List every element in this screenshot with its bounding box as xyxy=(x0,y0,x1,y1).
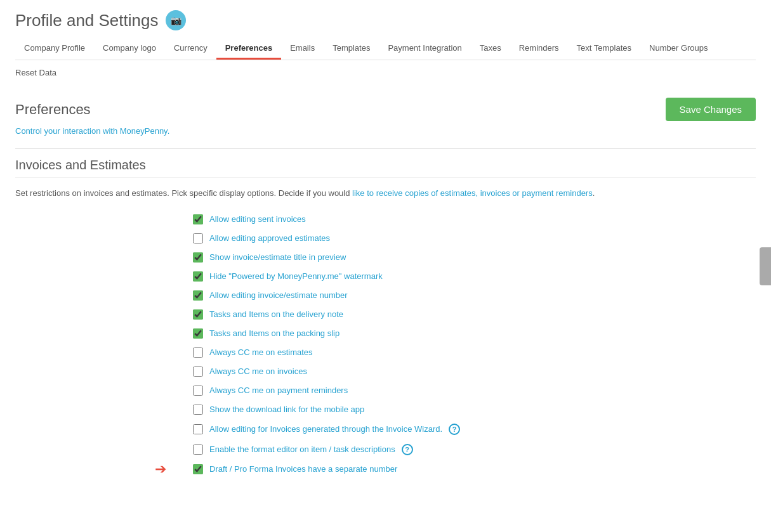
checkbox-tasks-packing-slip[interactable] xyxy=(193,328,203,339)
checkbox-tasks-delivery-note[interactable] xyxy=(193,309,203,320)
checkbox-item-hide-watermark: Hide "Powered by MoneyPenny.me" watermar… xyxy=(193,267,756,286)
checkboxes-container: Allow editing sent invoicesAllow editing… xyxy=(193,210,756,479)
checkbox-label-allow-editing-wizard[interactable]: Allow editing for Invoices generated thr… xyxy=(209,424,442,434)
checkbox-item-show-download-link: Show the download link for the mobile ap… xyxy=(193,400,756,419)
camera-icon: 📷 xyxy=(171,15,181,25)
tab-reminders[interactable]: Reminders xyxy=(510,38,568,60)
checkbox-allow-editing-number[interactable] xyxy=(193,290,203,301)
checkbox-label-allow-editing-sent[interactable]: Allow editing sent invoices xyxy=(209,214,306,224)
checkbox-item-show-invoice-title: Show invoice/estimate title in preview xyxy=(193,248,756,267)
checkbox-item-enable-format-editor: Enable the format editor on item / task … xyxy=(193,439,756,460)
checkbox-label-always-cc-estimates[interactable]: Always CC me on estimates xyxy=(209,347,313,357)
checkbox-show-download-link[interactable] xyxy=(193,405,203,415)
tab-currency[interactable]: Currency xyxy=(165,38,216,60)
checkbox-allow-editing-wizard[interactable] xyxy=(193,424,203,434)
section-title: Preferences xyxy=(15,101,91,118)
tab-emails[interactable]: Emails xyxy=(281,38,324,60)
checkbox-label-hide-watermark[interactable]: Hide "Powered by MoneyPenny.me" watermar… xyxy=(209,271,383,281)
checkbox-always-cc-payment[interactable] xyxy=(193,386,203,396)
tab-text-templates[interactable]: Text Templates xyxy=(568,38,640,60)
page-title: Profile and Settings xyxy=(15,11,158,30)
tab-templates[interactable]: Templates xyxy=(324,38,379,60)
checkbox-item-allow-editing-sent: Allow editing sent invoices xyxy=(193,210,756,229)
checkbox-label-enable-format-editor[interactable]: Enable the format editor on item / task … xyxy=(209,444,395,454)
checkbox-label-tasks-delivery-note[interactable]: Tasks and Items on the delivery note xyxy=(209,309,343,319)
nav-tabs-row2: Reset Data xyxy=(15,60,756,85)
checkbox-label-allow-editing-approved[interactable]: Allow editing approved estimates xyxy=(209,233,330,243)
checkbox-item-draft-pro-forma: ➔Draft / Pro Forma Invoices have a separ… xyxy=(193,460,756,479)
checkbox-label-always-cc-payment[interactable]: Always CC me on payment reminders xyxy=(209,386,348,395)
checkbox-hide-watermark[interactable] xyxy=(193,271,203,282)
description-text: Set restrictions on invoices and estimat… xyxy=(15,187,756,200)
checkbox-item-always-cc-estimates: Always CC me on estimates xyxy=(193,343,756,362)
checkbox-item-tasks-delivery-note: Tasks and Items on the delivery note xyxy=(193,305,756,324)
section-header: Preferences Save Changes xyxy=(15,98,756,121)
checkbox-always-cc-estimates[interactable] xyxy=(193,347,203,358)
checkbox-label-allow-editing-number[interactable]: Allow editing invoice/estimate number xyxy=(209,290,348,300)
description-link[interactable]: like to receive copies of estimates, inv… xyxy=(352,188,593,198)
checkbox-label-draft-pro-forma[interactable]: Draft / Pro Forma Invoices have a separa… xyxy=(209,464,397,474)
page-container: Profile and Settings 📷 Company ProfileCo… xyxy=(0,0,771,502)
page-header: Profile and Settings 📷 xyxy=(15,10,756,30)
checkbox-item-tasks-packing-slip: Tasks and Items on the packing slip xyxy=(193,324,756,343)
camera-icon-button[interactable]: 📷 xyxy=(166,10,186,30)
tab-company-profile[interactable]: Company Profile xyxy=(15,38,94,60)
tab-company-logo[interactable]: Company logo xyxy=(94,38,165,60)
subtitle: Control your interaction with MoneyPenny… xyxy=(15,126,756,136)
subsection-title: Invoices and Estimates xyxy=(15,158,756,172)
checkbox-item-always-cc-invoices: Always CC me on invoices xyxy=(193,362,756,381)
tab-number-groups[interactable]: Number Groups xyxy=(640,38,716,60)
nav-tabs-row: Company ProfileCompany logoCurrencyPrefe… xyxy=(15,38,756,60)
checkbox-allow-editing-sent[interactable] xyxy=(193,214,203,224)
checkbox-item-allow-editing-number: Allow editing invoice/estimate number xyxy=(193,286,756,305)
checkbox-item-allow-editing-approved: Allow editing approved estimates xyxy=(193,229,756,248)
checkbox-allow-editing-approved[interactable] xyxy=(193,233,203,243)
checkbox-label-always-cc-invoices[interactable]: Always CC me on invoices xyxy=(209,367,307,376)
arrow-indicator: ➔ xyxy=(155,461,166,477)
tab-reset-data[interactable]: Reset Data xyxy=(15,64,56,81)
checkbox-always-cc-invoices[interactable] xyxy=(193,367,203,377)
checkbox-item-allow-editing-wizard: Allow editing for Invoices generated thr… xyxy=(193,419,756,439)
scrollbar[interactable] xyxy=(760,247,771,285)
tab-taxes[interactable]: Taxes xyxy=(471,38,510,60)
checkbox-enable-format-editor[interactable] xyxy=(193,444,203,455)
help-icon-allow-editing-wizard[interactable]: ? xyxy=(449,424,460,435)
checkbox-label-show-download-link[interactable]: Show the download link for the mobile ap… xyxy=(209,405,364,414)
tab-preferences[interactable]: Preferences xyxy=(216,38,281,60)
nav-tabs: Company ProfileCompany logoCurrencyPrefe… xyxy=(15,38,756,85)
tab-payment-integration[interactable]: Payment Integration xyxy=(379,38,470,60)
content-area: Preferences Save Changes Control your in… xyxy=(15,85,756,491)
checkbox-draft-pro-forma[interactable] xyxy=(193,464,203,474)
checkbox-label-tasks-packing-slip[interactable]: Tasks and Items on the packing slip xyxy=(209,328,339,338)
save-changes-button[interactable]: Save Changes xyxy=(666,98,756,121)
checkbox-label-show-invoice-title[interactable]: Show invoice/estimate title in preview xyxy=(209,252,346,262)
checkbox-item-always-cc-payment: Always CC me on payment reminders xyxy=(193,381,756,400)
subsection-divider xyxy=(15,178,756,178)
checkbox-show-invoice-title[interactable] xyxy=(193,252,203,263)
help-icon-enable-format-editor[interactable]: ? xyxy=(402,444,413,455)
section-divider xyxy=(15,148,756,149)
